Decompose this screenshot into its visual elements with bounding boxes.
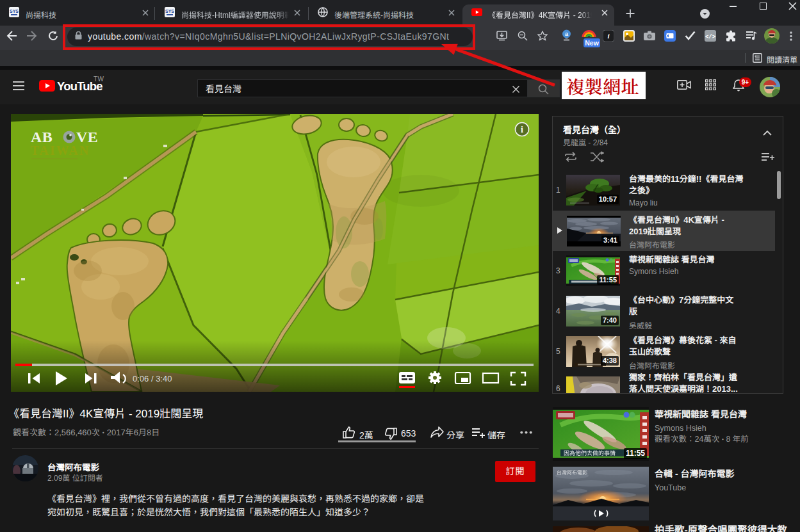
- svg-text:New: New: [585, 39, 599, 47]
- svg-text:台灣阿布電影: 台灣阿布電影: [557, 470, 587, 476]
- svg-text:0:06 / 3:40: 0:06 / 3:40: [133, 374, 172, 383]
- svg-text:因為他們去做的事情: 因為他們去做的事情: [564, 450, 616, 456]
- svg-text:TAIWAN: TAIWAN: [31, 143, 90, 157]
- svg-text:SYS: SYS: [165, 9, 174, 13]
- svg-text:</>: </>: [705, 34, 715, 40]
- svg-text:i: i: [521, 125, 523, 134]
- svg-text:SYS: SYS: [10, 9, 19, 13]
